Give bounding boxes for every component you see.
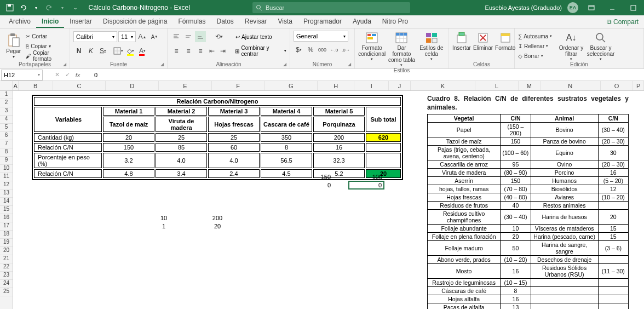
font-name-select[interactable]: Calibri▾ [73,31,117,42]
row-header[interactable]: 25 [0,288,13,296]
active-cell[interactable]: 0 [348,181,384,190]
select-all-corner[interactable] [0,81,13,90]
data-cell[interactable]: 16 [313,143,365,152]
launcher-icon[interactable]: ◢ [283,62,289,67]
data-cell[interactable]: 20 [103,133,154,142]
row-header[interactable]: 13 [0,190,13,198]
data-cell[interactable]: 25 [156,133,207,142]
tab-insertar[interactable]: Insertar [64,15,97,28]
search-input[interactable]: Buscar [252,2,410,13]
borders-button[interactable]: ▾ [113,45,124,56]
align-top-icon[interactable] [171,31,182,42]
cut-button[interactable]: ✂Cortar [26,32,66,41]
minimize-icon[interactable] [605,0,620,15]
tab-vista[interactable]: Vista [273,15,298,28]
paste-button[interactable]: Pegar▾ [3,31,24,61]
data-cell[interactable]: 3.2 [103,153,154,168]
col-header[interactable]: O [601,81,633,90]
col-header[interactable]: N [540,81,601,90]
align-bottom-icon[interactable] [195,31,206,42]
row-header[interactable]: 6 [0,132,13,140]
underline-button[interactable]: S ▾ [97,45,108,56]
cell-value[interactable]: 20 [198,223,237,229]
find-select-button[interactable]: Buscar y seleccionar▾ [586,31,616,61]
decrease-decimal-icon[interactable]: .0→ [341,44,351,55]
align-right-icon[interactable]: ≡ [195,45,206,56]
col-header[interactable]: B [19,81,53,90]
cell-value[interactable]: 1 [145,223,183,229]
row-header[interactable]: 12 [0,181,13,190]
tab-ayuda[interactable]: Ayuda [347,15,377,28]
row-header[interactable]: 24 [0,280,13,288]
number-format-select[interactable]: General▾ [294,31,348,42]
row-header[interactable]: 7 [0,140,13,148]
col-header[interactable]: K [411,81,475,90]
cell-value[interactable]: 10 [145,215,183,221]
wrap-text-button[interactable]: ↩Ajustar texto [235,34,272,40]
row-header[interactable]: 3 [0,107,13,116]
col-header[interactable]: M [519,81,540,90]
fill-button[interactable]: ↧Rellenar ▾ [518,42,556,50]
launcher-icon[interactable]: ◢ [348,62,353,67]
data-cell[interactable]: 3.4 [156,169,207,178]
tab-nitro[interactable]: Nitro Pro [377,15,413,28]
data-cell[interactable]: 4.8 [103,169,154,178]
maximize-icon[interactable] [625,0,641,15]
row-header[interactable]: 4 [0,116,13,124]
delete-cells-button[interactable]: Eliminar [473,31,493,61]
data-cell[interactable]: 4.0 [208,153,260,168]
align-left-icon[interactable]: ≡ [171,45,182,56]
data-cell[interactable]: 8 [261,143,312,152]
fx-icon[interactable]: fx [76,72,81,78]
subtotal-cell[interactable] [366,153,401,168]
row-header[interactable]: 10 [0,165,13,173]
row-header[interactable]: 17 [0,222,13,231]
orientation-icon[interactable]: ⟲▾ [214,31,225,42]
row-header[interactable]: 5 [0,124,13,132]
tab-revisar[interactable]: Revisar [239,15,273,28]
format-painter-button[interactable]: 🖌Copiar formato [26,51,66,60]
decrease-font-icon[interactable]: A▼ [149,31,160,42]
tab-disposicion[interactable]: Disposición de página [97,15,173,28]
launcher-icon[interactable]: ◢ [160,62,166,67]
row-header[interactable]: 21 [0,255,13,263]
clear-button[interactable]: ◇Borrar ▾ [518,51,556,60]
col-header[interactable]: J [389,81,410,90]
comma-icon[interactable]: 000 [317,44,327,55]
col-header[interactable]: E [159,81,212,90]
chevron-down-icon[interactable]: ▾ [58,3,67,12]
tab-formulas[interactable]: Fórmulas [173,15,211,28]
row-header[interactable]: 15 [0,206,13,214]
data-cell[interactable]: 200 [313,133,365,142]
chevron-down-icon[interactable]: ▾ [32,3,41,12]
cell-styles-button[interactable]: Estilos de celda▾ [418,31,445,67]
row-header[interactable]: 19 [0,239,13,247]
subtotal-cell[interactable] [366,143,401,152]
tab-datos[interactable]: Datos [211,15,239,28]
tab-programador[interactable]: Programador [298,15,347,28]
data-cell[interactable]: 150 [103,143,154,152]
col-header[interactable]: G [264,81,318,90]
align-center-icon[interactable]: ≡ [183,45,194,56]
col-header[interactable]: C [53,81,106,90]
share-button[interactable]: ⧉Compart [601,15,644,28]
row-header[interactable]: 14 [0,198,13,206]
sort-filter-button[interactable]: A↓Ordenar y filtrar▾ [559,31,584,61]
font-size-select[interactable]: 11▾ [118,31,136,42]
row-header[interactable]: 23 [0,272,13,280]
row-header[interactable]: 1 [0,91,13,99]
format-cells-button[interactable]: Formato [495,31,515,61]
percent-icon[interactable]: % [305,44,315,55]
undo-icon[interactable] [19,3,27,12]
row-header[interactable]: 2 [0,99,13,107]
cancel-formula-icon[interactable]: ✕ [55,71,60,78]
align-middle-icon[interactable] [183,31,194,42]
conditional-format-button[interactable]: Formato condicional▾ [358,31,386,67]
data-cell[interactable]: 85 [156,143,207,152]
data-cell[interactable]: 4.0 [156,153,207,168]
data-cell[interactable]: 56.5 [261,153,312,168]
row-header[interactable]: 20 [0,247,13,255]
increase-font-icon[interactable]: A▲ [137,31,148,42]
row-header[interactable]: 18 [0,231,13,239]
col-header[interactable]: D [106,81,159,90]
